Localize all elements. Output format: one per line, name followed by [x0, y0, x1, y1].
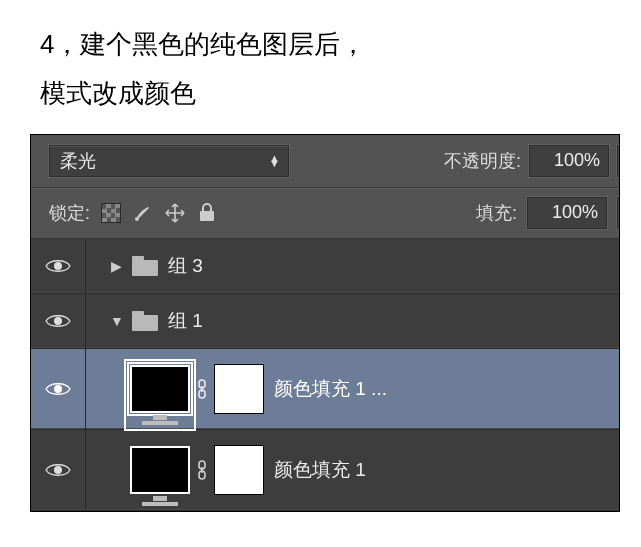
instruction-line-1: 4，建个黑色的纯色图层后，: [40, 20, 611, 69]
folder-icon: [132, 256, 158, 276]
fill-field[interactable]: 100%: [527, 197, 607, 229]
layer-name: 颜色填充 1: [274, 457, 366, 483]
lock-brush-icon[interactable]: [132, 202, 154, 224]
instruction-text: 4，建个黑色的纯色图层后， 模式改成颜色: [0, 0, 641, 134]
fill-more-button[interactable]: ▼: [617, 197, 620, 229]
layer-name: 颜色填充 1 ...: [274, 376, 387, 402]
visibility-toggle[interactable]: [31, 430, 86, 510]
lock-all-icon[interactable]: [196, 202, 218, 224]
dropdown-arrows-icon: ▲▼: [269, 156, 280, 166]
eye-icon: [45, 461, 71, 479]
visibility-toggle[interactable]: [31, 349, 86, 429]
svg-rect-1: [200, 211, 214, 221]
svg-point-7: [54, 466, 62, 474]
eye-icon: [45, 380, 71, 398]
layer-mask-thumbnail[interactable]: [214, 445, 264, 495]
svg-point-2: [54, 262, 62, 270]
layer-row[interactable]: 颜色填充 1 ...: [31, 349, 620, 430]
lock-transparency-icon[interactable]: [100, 202, 122, 224]
visibility-toggle[interactable]: [31, 239, 86, 293]
disclosure-open-icon[interactable]: ▼: [110, 313, 122, 329]
visibility-toggle[interactable]: [31, 294, 86, 348]
layer-mask-thumbnail[interactable]: [214, 364, 264, 414]
link-icon[interactable]: [196, 460, 208, 480]
group-row[interactable]: ▼ 组 1: [31, 294, 620, 349]
group-row[interactable]: ▶ 组 3: [31, 239, 620, 294]
solid-color-thumbnail[interactable]: [130, 365, 190, 413]
opacity-label: 不透明度:: [444, 149, 521, 173]
panel-lock-row: 锁定: 填充: 100% ▼: [31, 188, 620, 239]
opacity-field[interactable]: 100%: [529, 145, 609, 177]
folder-icon: [132, 311, 158, 331]
svg-point-0: [135, 217, 139, 221]
fill-value: 100%: [552, 202, 598, 223]
panel-top-row: 柔光 ▲▼ 不透明度: 100% ▼: [31, 135, 620, 188]
blend-mode-value: 柔光: [60, 149, 96, 173]
lock-label: 锁定:: [49, 201, 90, 225]
disclosure-closed-icon[interactable]: ▶: [110, 258, 122, 274]
layers-list: ▶ 组 3 ▼ 组 1: [31, 239, 620, 511]
layers-panel: 柔光 ▲▼ 不透明度: 100% ▼ 锁定:: [30, 134, 620, 512]
eye-icon: [45, 312, 71, 330]
blend-mode-dropdown[interactable]: 柔光 ▲▼: [49, 145, 289, 177]
layer-thumbnails: [130, 364, 264, 414]
link-icon[interactable]: [196, 379, 208, 399]
group-name: 组 3: [168, 253, 203, 279]
layer-thumbnails: [130, 445, 264, 495]
svg-point-3: [54, 317, 62, 325]
opacity-value: 100%: [554, 150, 600, 171]
layer-row[interactable]: 颜色填充 1: [31, 430, 620, 511]
group-name: 组 1: [168, 308, 203, 334]
fill-label: 填充:: [476, 201, 517, 225]
instruction-line-2: 模式改成颜色: [40, 69, 611, 118]
solid-color-thumbnail[interactable]: [130, 446, 190, 494]
lock-move-icon[interactable]: [164, 202, 186, 224]
svg-point-4: [54, 385, 62, 393]
opacity-more-button[interactable]: ▼: [617, 145, 620, 177]
eye-icon: [45, 257, 71, 275]
